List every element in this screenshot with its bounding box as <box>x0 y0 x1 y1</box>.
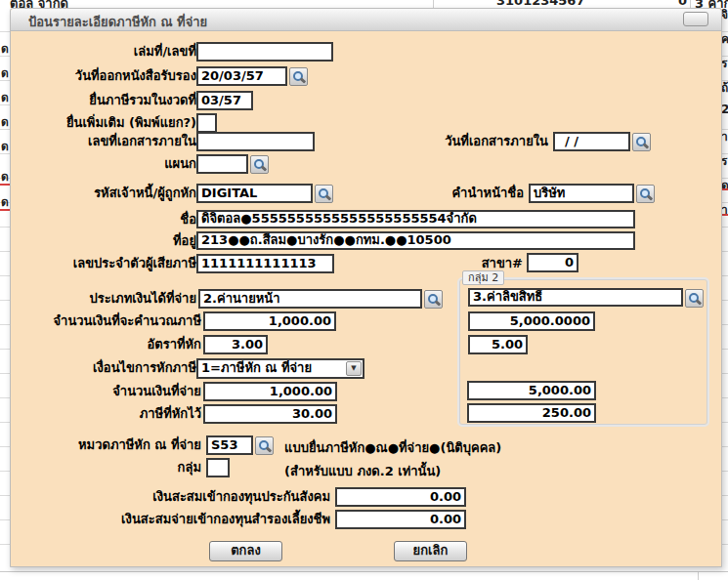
additional-filing-checkbox[interactable] <box>196 113 217 133</box>
bg-fragment: า <box>721 127 728 145</box>
cancel-button[interactable]: ยกเลิก <box>394 541 467 561</box>
bg-company-text: ตอล จำกัด <box>10 0 68 8</box>
bg-fragment: ร <box>721 54 728 72</box>
tax-form-code-lookup-button[interactable] <box>255 436 274 455</box>
department-label: แผนก <box>164 154 196 174</box>
tax-form-code-field[interactable]: S53 <box>206 435 253 455</box>
group2-income-type-lookup-button[interactable] <box>685 289 704 308</box>
tax-form-code-label: หมวดภาษีหัก ณ ที่จ่าย <box>78 435 201 455</box>
book-no-label: เล่มที่/เลขที่ <box>134 42 196 62</box>
income-type-label: ประเภทเงินได้ที่จ่าย <box>89 289 196 309</box>
dialog-titlebar[interactable]: ป้อนรายละเอียดภาษีหัก ณ ที่จ่าย <box>11 9 721 31</box>
bg-fragment: ด <box>1 39 10 58</box>
taxpayer-id-field[interactable]: 1111111111113 <box>196 254 334 273</box>
bg-fragment: 2. <box>721 103 728 116</box>
internal-doc-no-label: เลขที่เอกสารภายใน <box>88 132 196 151</box>
bg-taxid-text: 3101234567 <box>496 0 584 8</box>
bg-fragment: จิ <box>721 8 728 23</box>
ok-button[interactable]: ตกลง <box>209 541 282 561</box>
group2-rate-field[interactable]: 5.00 <box>468 335 528 354</box>
magnifier-icon <box>688 292 701 305</box>
internal-doc-date-lookup-button[interactable] <box>632 133 651 151</box>
name-prefix-field[interactable]: บริษัท <box>529 184 634 203</box>
cert-date-label: วันที่ออกหนังสือรับรอง <box>75 66 196 86</box>
rate-field[interactable]: 3.00 <box>203 335 268 354</box>
additional-filing-label: ยื่นเพิ่มเติม (พิมพ์แยก?) <box>66 113 196 133</box>
page: ตอล จำกัด 3101234567 0 3 ค่ากิจ ด ด ด ด … <box>0 0 728 580</box>
bg-fragment: ด <box>721 176 728 194</box>
bg-fragment: ค <box>721 29 728 48</box>
withheld-tax-field[interactable]: 30.00 <box>203 404 337 424</box>
bg-fragment: ด <box>1 88 10 106</box>
bg-red-line <box>0 209 10 211</box>
chevron-down-icon[interactable]: ▼ <box>346 361 362 376</box>
department-lookup-button[interactable] <box>250 155 269 174</box>
name-prefix-label: คำนำหน้าชื่อ <box>451 184 524 203</box>
bg-gridline <box>433 0 434 8</box>
book-no-field[interactable] <box>196 42 333 62</box>
tax-period-field[interactable]: 03/57 <box>196 91 253 110</box>
group2-paid-amount-field[interactable]: 5,000.00 <box>467 381 596 400</box>
tax-base-amount-label: จำนวนเงินที่จะคำนวณภาษี <box>53 311 201 331</box>
internal-doc-no-field[interactable] <box>196 132 315 151</box>
bg-fragment: ด <box>1 112 10 131</box>
background-left-strip: ด ด ด ด ด ด ด <box>0 8 10 565</box>
bg-fragment: ด <box>1 137 10 155</box>
magnifier-icon <box>258 439 271 452</box>
cert-date-field[interactable]: 20/03/57 <box>196 66 287 86</box>
branch-field[interactable]: 0 <box>527 253 578 272</box>
withholding-tax-dialog: ป้อนรายละเอียดภาษีหัก ณ ที่จ่าย เล่มที่/… <box>10 8 722 567</box>
social-security-fund-field[interactable]: 0.00 <box>335 487 466 507</box>
form-group-label: กลุ่ม <box>178 458 201 477</box>
provident-fund-field[interactable]: 0.00 <box>335 510 466 529</box>
magnifier-icon <box>635 136 648 148</box>
tax-form-code-note: แบบยื่นภาษีหัก●ณ●ที่จ่าย●(นิติบุคคล) <box>284 437 501 458</box>
tax-base-amount-field[interactable]: 1,000.00 <box>203 311 336 331</box>
taxpayer-id-label: เลขประจำตัวผู้เสียภาษี <box>73 254 196 273</box>
income-type-lookup-button[interactable] <box>424 290 443 309</box>
payee-code-field[interactable]: DIGITAL <box>196 184 313 203</box>
address-label: ที่อยู่ <box>173 231 196 251</box>
magnifier-icon <box>253 158 266 171</box>
income-type-field[interactable]: 2.ค่านายหน้า <box>198 289 422 309</box>
payee-code-lookup-button[interactable] <box>315 185 333 203</box>
bg-gridline <box>690 0 691 8</box>
bg-fragment: า <box>721 200 728 219</box>
payee-code-label: รหัสเจ้าหนี้/ผู้ถูกหัก <box>94 184 196 203</box>
bg-gridline <box>0 571 728 572</box>
internal-doc-date-label: วันที่เอกสารภายใน <box>445 132 548 151</box>
department-field[interactable] <box>196 154 248 174</box>
group2-withheld-tax-field[interactable]: 250.00 <box>467 403 596 423</box>
withheld-tax-label: ภาษีที่หักไว้ <box>140 404 201 424</box>
name-prefix-lookup-button[interactable] <box>636 185 655 203</box>
group2-box-label: กลุ่ม 2 <box>462 270 504 285</box>
magnifier-icon <box>292 70 305 83</box>
group2-income-type-field[interactable]: 3.ค่าลิขสิทธิ์ <box>468 288 683 307</box>
provident-fund-label: เงินสะสมจ่ายเข้ากองทุนสำรองเลี้ยงชีพ <box>121 510 330 529</box>
name-label: ชื่อ <box>180 210 196 229</box>
withholding-condition-value: 1=ภาษีหัก ณ ที่จ่าย <box>198 360 345 377</box>
titlebar-button[interactable] <box>683 12 708 26</box>
address-field[interactable]: 213●●ถ.สีลม●บางรัก●●กทม.●●10500 <box>196 231 635 250</box>
cert-date-lookup-button[interactable] <box>289 67 308 86</box>
magnifier-icon <box>318 187 330 200</box>
name-field[interactable]: ดิจิตอล●5555555555555555555554จำกัด <box>196 210 635 228</box>
form-group-field[interactable] <box>206 458 230 477</box>
dialog-title: ป้อนรายละเอียดภาษีหัก ณ ที่จ่าย <box>28 12 207 32</box>
bg-red-line <box>0 184 10 186</box>
bg-gridline <box>698 571 699 580</box>
group2-tax-base-amount-field[interactable]: 5,000.0000 <box>468 311 595 331</box>
rate-label: อัตราที่หัก <box>147 335 201 354</box>
background-bottom-strip <box>0 565 728 580</box>
withholding-condition-select[interactable]: 1=ภาษีหัก ณ ที่จ่าย ▼ <box>196 358 364 379</box>
paid-amount-label: จำนวนเงินที่จ่าย <box>112 382 201 401</box>
tax-period-label: ยื่นภาษีรวมในงวดที่ <box>89 91 196 110</box>
bg-right-text: 3 ค่ากิจ <box>695 0 728 8</box>
paid-amount-field[interactable]: 1,000.00 <box>203 382 337 401</box>
bg-fragment: ด <box>1 63 10 82</box>
magnifier-icon <box>427 293 440 306</box>
social-security-fund-label: เงินสะสมเข้ากองทุนประกันสังคม <box>152 487 330 507</box>
form-group-note: (สำหรับแบบ ภงด.2 เท่านั้น) <box>284 461 441 481</box>
internal-doc-date-field[interactable]: / / <box>553 132 630 151</box>
background-grid-row: ตอล จำกัด 3101234567 0 3 ค่ากิจ <box>0 0 728 8</box>
